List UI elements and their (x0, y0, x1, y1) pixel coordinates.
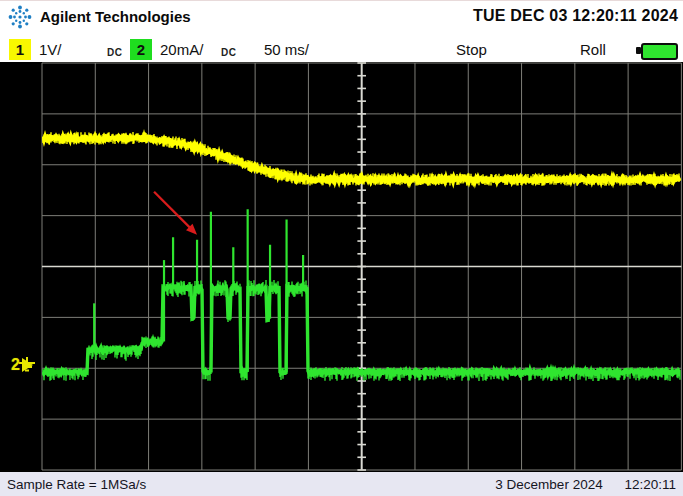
footer-time: 12:20:11 (624, 477, 676, 492)
ch2-ground-marker[interactable]: 2 (11, 356, 33, 373)
agilent-spark-icon (7, 4, 33, 30)
acquisition-state-label[interactable]: Stop (456, 41, 487, 58)
datetime-text: TUE DEC 03 12:20:11 2024 (473, 7, 678, 25)
footer-bar: Sample Rate = 1MSa/s 3 December 2024 12:… (0, 472, 683, 496)
ch2-scale-label[interactable]: 20mA/ (160, 41, 203, 58)
footer-datetime: 3 December 2024 12:20:11 (477, 477, 676, 492)
ch1-coupling-label: DC (107, 47, 122, 58)
battery-icon (641, 43, 678, 60)
roll-mode-label[interactable]: Roll (580, 41, 606, 58)
ch2-badge[interactable]: 2 (130, 39, 152, 60)
timebase-label[interactable]: 50 ms/ (264, 41, 309, 58)
sample-rate-text: Sample Rate = 1MSa/s (7, 477, 146, 492)
brand-text: Agilent Technologies (40, 8, 191, 25)
oscilloscope-screen: Agilent Technologies TUE DEC 03 12:20:11… (0, 0, 683, 496)
titlebar: Agilent Technologies TUE DEC 03 12:20:11… (0, 0, 683, 33)
waveform-canvas (0, 62, 683, 472)
footer-date: 3 December 2024 (495, 477, 602, 492)
statusbar: 1 1V/ DC 2 20mA/ DC 50 ms/ Stop Roll (0, 32, 683, 62)
ch1-scale-label[interactable]: 1V/ (39, 41, 62, 58)
ground-symbol-icon (18, 357, 36, 373)
ch1-badge[interactable]: 1 (9, 39, 31, 60)
ch2-coupling-label: DC (221, 47, 236, 58)
scope-display[interactable]: 2 (0, 62, 683, 472)
